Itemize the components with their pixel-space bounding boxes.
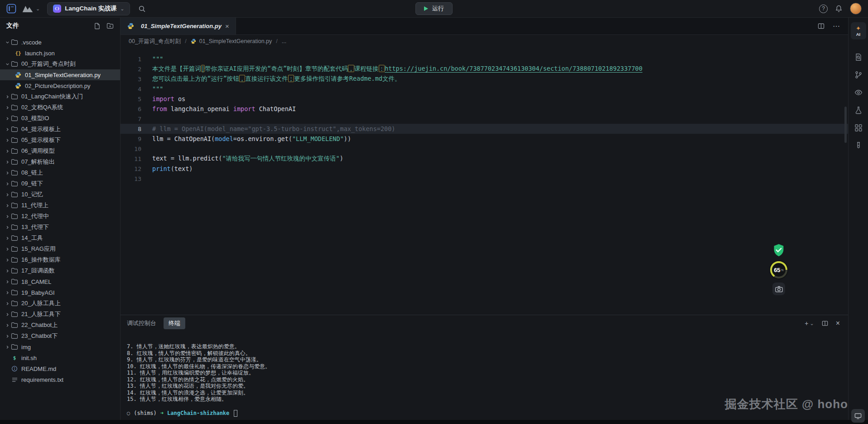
breadcrumb-more[interactable]: ... (282, 38, 286, 44)
file-search-icon[interactable] (854, 53, 863, 61)
breadcrumb-folder[interactable]: 00_开篇词_奇点时刻 (129, 38, 181, 45)
tree-item-16_操作数据库[interactable]: 16_操作数据库 (0, 254, 120, 265)
chevron-right-icon[interactable] (4, 280, 11, 284)
terminal-prompt[interactable]: ○ (shims) ➜ LangChain-shizhanke (127, 410, 848, 417)
chevron-right-icon[interactable] (4, 193, 11, 197)
editor-scrollbar[interactable] (844, 107, 847, 143)
preview-eye-icon[interactable] (854, 88, 863, 97)
tree-item-02_文档QA系统[interactable]: 02_文档QA系统 (0, 102, 120, 113)
chevron-right-icon[interactable] (4, 236, 11, 240)
tree-item-08_链上[interactable]: 08_链上 (0, 167, 120, 178)
tree-item-.vscode[interactable]: .vscode (0, 37, 120, 48)
more-actions-icon[interactable]: ⋯ (833, 22, 840, 30)
tab-01-simpletextgeneration[interactable]: 01_SimpleTextGeneration.py × (121, 18, 236, 34)
new-terminal-button[interactable]: +⌄ (805, 320, 814, 327)
run-button[interactable]: 运行 (415, 2, 453, 15)
new-file-button[interactable] (94, 23, 101, 29)
chevron-right-icon[interactable] (4, 214, 11, 219)
tree-item-20_人脉工具上[interactable]: 20_人脉工具上 (0, 298, 120, 309)
tree-item-06_调用模型[interactable]: 06_调用模型 (0, 146, 120, 156)
chevron-right-icon[interactable] (4, 312, 11, 317)
tree-item-18_CAMEL[interactable]: 18_CAMEL (0, 276, 120, 287)
breadcrumb-file[interactable]: 01_SimpleTextGeneration.py (191, 38, 272, 44)
chevron-right-icon[interactable] (4, 334, 11, 338)
chevron-right-icon[interactable] (4, 247, 11, 251)
tree-item-19_BabyAGI[interactable]: 19_BabyAGI (0, 287, 120, 298)
tree-item-launch.json[interactable]: {}launch.json (0, 48, 120, 58)
source-control-icon[interactable] (854, 71, 863, 79)
tree-item-01_SimpleTextGeneration.py[interactable]: 01_SimpleTextGeneration.py (0, 69, 120, 80)
performance-gauge[interactable]: 65 % (770, 261, 787, 278)
code-line-5[interactable]: 5import os (121, 94, 848, 104)
tree-item-requirements.txt[interactable]: requirements.txt (0, 374, 120, 385)
code-line-11[interactable]: 11text = llm.predict("请给我写一句情人节红玫瑰的中文宣传语… (121, 154, 848, 164)
chevron-right-icon[interactable] (4, 106, 11, 110)
tree-item-23_Chatbot下[interactable]: 23_Chatbot下 (0, 331, 120, 341)
tree-item-README.md[interactable]: README.md (0, 363, 120, 374)
help-icon[interactable]: ? (819, 5, 828, 13)
screenshot-camera-button[interactable] (772, 283, 785, 295)
chevron-right-icon[interactable] (4, 138, 11, 142)
security-shield-icon[interactable] (772, 244, 785, 257)
notifications-button[interactable] (835, 5, 843, 13)
code-line-10[interactable]: 10 (121, 144, 848, 154)
code-line-3[interactable]: 3您可以点击最上方的“运行”按钮，直接运行该文件；更多操作指引请参考Readme… (121, 74, 848, 84)
tree-item-17_回调函数[interactable]: 17_回调函数 (0, 265, 120, 276)
code-line-6[interactable]: 6from langchain_openai import ChatOpenAI (121, 104, 848, 114)
beaker-icon[interactable] (854, 106, 863, 114)
chevron-right-icon[interactable] (4, 182, 11, 186)
tree-item-14_工具[interactable]: 14_工具 (0, 233, 120, 244)
chevron-right-icon[interactable] (4, 291, 11, 295)
code-line-12[interactable]: 12print(text) (121, 164, 848, 174)
tree-item-03_模型IO[interactable]: 03_模型IO (0, 113, 120, 124)
tree-item-09_链下[interactable]: 09_链下 (0, 178, 120, 189)
chevron-right-icon[interactable] (4, 171, 11, 175)
chevron-right-icon[interactable] (4, 95, 11, 99)
code-line-1[interactable]: 1""" (121, 54, 848, 64)
tab-debug-console[interactable]: 调试控制台 (127, 319, 156, 327)
tree-item-02_PictureDescription.py[interactable]: 02_PictureDescription.py (0, 80, 120, 91)
terminal-output[interactable]: 7. 情人节，送她红玫瑰，表达最炽热的爱意。8. 红玫瑰，情人节的爱情密码，解锁… (121, 331, 848, 420)
avatar[interactable] (850, 3, 862, 15)
tree-item-10_记忆[interactable]: 10_记忆 (0, 189, 120, 200)
ai-assistant-button[interactable]: ✦ AI (851, 22, 866, 39)
chevron-right-icon[interactable] (4, 258, 11, 262)
chevron-right-icon[interactable] (4, 225, 11, 229)
chevron-right-icon[interactable] (4, 149, 11, 153)
tree-item-21_人脉工具下[interactable]: 21_人脉工具下 (0, 309, 120, 320)
chevron-right-icon[interactable] (4, 345, 11, 349)
tree-item-img[interactable]: img (0, 341, 120, 352)
marscode-logo[interactable]: ⌄ (22, 5, 40, 13)
chevron-right-icon[interactable] (4, 204, 11, 208)
chevron-right-icon[interactable] (4, 127, 11, 132)
code-line-4[interactable]: 4""" (121, 84, 848, 94)
tree-item-15_RAG应用[interactable]: 15_RAG应用 (0, 244, 120, 254)
tree-item-init.sh[interactable]: $init.sh (0, 352, 120, 363)
close-icon[interactable]: × (225, 23, 229, 29)
tab-terminal[interactable]: 终端 (164, 317, 185, 329)
code-line-8[interactable]: 8# llm = OpenAI(model_name="gpt-3.5-turb… (121, 124, 848, 134)
test-tube-icon[interactable] (854, 141, 863, 150)
chevron-right-icon[interactable] (4, 302, 11, 306)
search-button[interactable] (138, 5, 146, 13)
chevron-right-icon[interactable] (4, 160, 11, 164)
tree-item-13_代理下[interactable]: 13_代理下 (0, 222, 120, 233)
chevron-right-icon[interactable] (4, 117, 11, 121)
workspace-icon[interactable] (6, 4, 16, 14)
tree-item-11_代理上[interactable]: 11_代理上 (0, 200, 120, 211)
split-terminal-button[interactable] (822, 320, 828, 327)
tree-item-01_LangChain快速入门[interactable]: 01_LangChain快速入门 (0, 91, 120, 102)
code-line-7[interactable]: 7 (121, 114, 848, 124)
code-editor[interactable]: 1"""2本文件是【开篇词|带你亲证AI应用开发的“奇点”时刻】章节的配套代码，… (121, 48, 848, 315)
code-line-2[interactable]: 2本文件是【开篇词|带你亲证AI应用开发的“奇点”时刻】章节的配套代码，课程链接… (121, 64, 848, 74)
tree-item-04_提示模板上[interactable]: 04_提示模板上 (0, 124, 120, 135)
chevron-down-icon[interactable] (4, 40, 11, 44)
new-folder-button[interactable] (106, 23, 114, 29)
code-line-13[interactable]: 13 (121, 174, 848, 184)
tree-item-07_解析输出[interactable]: 07_解析输出 (0, 156, 120, 167)
file-tree[interactable]: .vscode{}launch.json00_开篇词_奇点时刻01_Simple… (0, 34, 120, 420)
tree-item-12_代理中[interactable]: 12_代理中 (0, 211, 120, 222)
tree-item-22_Chatbot上[interactable]: 22_Chatbot上 (0, 320, 120, 331)
chevron-right-icon[interactable] (4, 323, 11, 327)
chevron-down-icon[interactable] (4, 62, 11, 66)
